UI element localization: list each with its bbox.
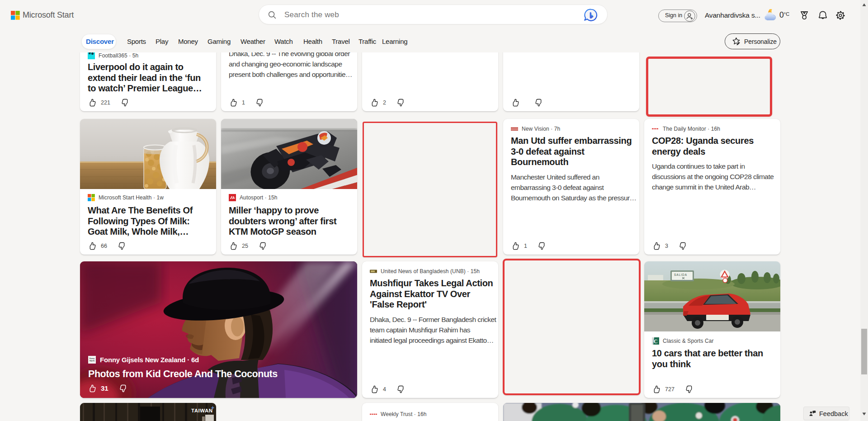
- svg-text:C: C: [654, 338, 658, 345]
- svg-text:TAIWAN: TAIWAN: [191, 408, 213, 413]
- svg-text:SALIDA: SALIDA: [674, 273, 687, 276]
- svg-text:+: +: [211, 405, 214, 411]
